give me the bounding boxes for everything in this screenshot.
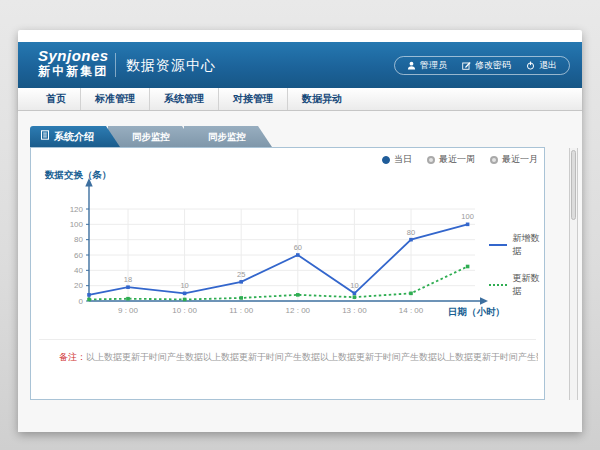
company-logo: Synjones 新中新集团	[38, 47, 109, 79]
header-divider	[115, 53, 116, 77]
svg-text:60: 60	[74, 251, 83, 260]
line-chart[interactable]: 0204060801001209 : 0010 : 0011 : 0012 : …	[31, 148, 544, 333]
legend-label: 新增数据	[513, 232, 545, 258]
vertical-scrollbar[interactable]	[569, 148, 578, 400]
tab-label: 系统介绍	[54, 126, 94, 147]
svg-text:100: 100	[70, 220, 84, 229]
scrollbar-thumb[interactable]	[571, 150, 576, 220]
chart-panel: 当日 最近一周 最近一月 数据交换（条） 0204060801001209 : …	[30, 147, 545, 400]
user-icon	[407, 61, 416, 70]
logo-text-en: Synjones	[38, 47, 109, 64]
svg-text:日期（小时）: 日期（小时）	[448, 306, 505, 318]
app-header: Synjones 新中新集团 数据资源中心 管理员	[18, 42, 582, 88]
chart-container: 0204060801001209 : 0010 : 0011 : 0012 : …	[31, 148, 544, 333]
svg-text:13 : 00: 13 : 00	[342, 306, 367, 315]
panel-divider	[39, 339, 536, 340]
footnote-body: 以上数据更新于时间产生数据以上数据更新于时间产生数据以上数据更新于时间产生数据以…	[86, 352, 538, 362]
chart-legend: 新增数据 更新数据	[489, 148, 544, 298]
svg-text:40: 40	[74, 266, 83, 275]
legend-item-new-data[interactable]: 新增数据	[489, 232, 544, 258]
svg-text:10: 10	[180, 281, 188, 290]
svg-text:20: 20	[74, 281, 83, 290]
power-icon	[526, 61, 535, 70]
svg-text:100: 100	[461, 212, 474, 221]
tab-system-intro[interactable]: 系统介绍	[30, 126, 120, 147]
user-menu: 管理员 修改密码 退出	[394, 56, 570, 75]
svg-text:80: 80	[407, 228, 415, 237]
nav-item-interface-mgmt[interactable]: 对接管理	[218, 88, 287, 110]
nav-item-data-change[interactable]: 数据异动	[287, 88, 356, 110]
user-account-label: 管理员	[420, 59, 447, 72]
content-area: 系统介绍 同步监控 同步监控 当日 最近一周	[18, 111, 582, 432]
browser-page: Synjones 新中新集团 数据资源中心 管理员	[18, 30, 582, 432]
change-password-label: 修改密码	[475, 59, 511, 72]
dotted-line-icon	[489, 284, 507, 286]
svg-text:10 : 00: 10 : 00	[172, 306, 197, 315]
tab-bar: 系统介绍 同步监控 同步监控	[30, 126, 272, 147]
svg-text:11 : 00: 11 : 00	[229, 306, 253, 315]
svg-text:25: 25	[237, 270, 245, 279]
svg-text:60: 60	[294, 243, 302, 252]
page-title: 数据资源中心	[126, 57, 216, 75]
tab-sync-monitor-2[interactable]: 同步监控	[184, 126, 272, 147]
svg-text:18: 18	[124, 275, 132, 284]
legend-item-update-data[interactable]: 更新数据	[489, 272, 544, 298]
logo-text-cn: 新中新集团	[38, 64, 109, 79]
main-nav: 首页 标准管理 系统管理 对接管理 数据异动	[18, 88, 582, 111]
user-account-button[interactable]: 管理员	[407, 59, 447, 72]
solid-line-icon	[489, 244, 507, 246]
edit-icon	[462, 61, 471, 70]
logout-label: 退出	[539, 59, 557, 72]
footnote: 备注：以上数据更新于时间产生数据以上数据更新于时间产生数据以上数据更新于时间产生…	[59, 351, 538, 364]
nav-item-system-mgmt[interactable]: 系统管理	[149, 88, 218, 110]
tab-label: 同步监控	[208, 131, 246, 142]
svg-text:14 : 00: 14 : 00	[399, 306, 424, 315]
nav-item-home[interactable]: 首页	[32, 88, 80, 110]
svg-text:0: 0	[79, 297, 84, 306]
svg-text:9 : 00: 9 : 00	[118, 306, 139, 315]
svg-text:120: 120	[70, 205, 84, 214]
footnote-prefix: 备注：	[59, 352, 86, 362]
legend-label: 更新数据	[513, 272, 545, 298]
nav-item-standard-mgmt[interactable]: 标准管理	[80, 88, 149, 110]
svg-text:10: 10	[350, 281, 358, 290]
svg-text:12 : 00: 12 : 00	[286, 306, 311, 315]
document-icon	[40, 126, 50, 147]
tab-label: 同步监控	[132, 131, 170, 142]
logout-button[interactable]: 退出	[526, 59, 557, 72]
svg-text:80: 80	[74, 235, 83, 244]
change-password-button[interactable]: 修改密码	[462, 59, 511, 72]
tab-sync-monitor-1[interactable]: 同步监控	[108, 126, 196, 147]
